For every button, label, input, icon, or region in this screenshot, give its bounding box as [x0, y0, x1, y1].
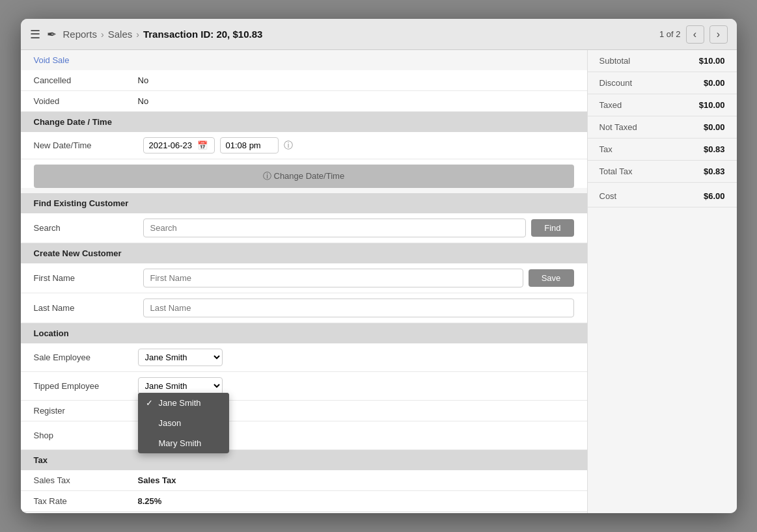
last-name-label: Last Name	[34, 303, 138, 313]
total-tax-value: $0.83	[704, 166, 725, 176]
change-datetime-button[interactable]: ⓘ Change Date/Time	[34, 165, 574, 188]
tax-rate-value: 8.25%	[138, 496, 162, 506]
first-name-label: First Name	[34, 273, 138, 283]
location-header: Location	[21, 323, 587, 343]
sale-employee-label: Sale Employee	[34, 352, 138, 362]
summary-subtotal-row: Subtotal $10.00	[588, 50, 737, 72]
tipped-option-jane-label: Jane Smith	[159, 398, 201, 408]
titlebar: ☰ ✒ Reports › Sales › Transaction ID: 20…	[21, 19, 737, 50]
breadcrumb-reports[interactable]: Reports	[63, 29, 98, 40]
tipped-option-jason[interactable]: Jason	[138, 413, 229, 433]
register-label: Register	[34, 406, 138, 416]
summary-total-tax-row: Total Tax $0.83	[588, 161, 737, 183]
right-panel: Subtotal $10.00 Discount $0.00 Taxed $10…	[587, 50, 737, 513]
subtotal-value: $10.00	[699, 56, 725, 66]
tax-value: $0.83	[704, 144, 725, 154]
next-button[interactable]: ›	[709, 25, 728, 44]
tipped-option-jane-smith[interactable]: ✓ Jane Smith	[138, 393, 229, 413]
total-tax-label: Total Tax	[599, 166, 633, 176]
datetime-row: New Date/Time 2021-06-23 📅 01:08 pm ⓘ	[21, 132, 587, 159]
main-layout: Void Sale Cancelled No Voided No Change …	[21, 50, 737, 513]
tax-rate-row: Tax Rate 8.25%	[21, 491, 587, 512]
tax-label: Tax	[599, 144, 612, 154]
breadcrumb-current: Transaction ID: 20, $10.83	[143, 29, 262, 40]
check-empty-1	[146, 418, 155, 428]
tax-header: Tax	[21, 450, 587, 470]
breadcrumb-sales[interactable]: Sales	[108, 29, 133, 40]
sales-tax-row: Sales Tax Sales Tax	[21, 470, 587, 491]
first-name-row: First Name Save	[21, 263, 587, 293]
tipped-employee-dropdown[interactable]: Jane Smith Jason Mary Smith ✓ Jane Smith	[138, 377, 223, 395]
summary-not-taxed-row: Not Taxed $0.00	[588, 116, 737, 139]
cancelled-value: No	[138, 75, 149, 85]
summary-discount-row: Discount $0.00	[588, 72, 737, 94]
date-input[interactable]: 2021-06-23 📅	[143, 137, 215, 153]
calendar-icon[interactable]: 📅	[197, 140, 208, 150]
voided-value: No	[138, 96, 149, 106]
change-datetime-section: New Date/Time 2021-06-23 📅 01:08 pm ⓘ ⓘ …	[21, 132, 587, 188]
save-customer-button[interactable]: Save	[529, 269, 574, 287]
last-name-row: Last Name	[21, 293, 587, 323]
chart-icon: ✒	[47, 27, 57, 42]
tipped-employee-select[interactable]: Jane Smith Jason Mary Smith	[138, 377, 223, 395]
tipped-employee-row: Tipped Employee Jane Smith Jason Mary Sm…	[21, 372, 587, 401]
time-input[interactable]: 01:08 pm	[220, 137, 279, 153]
info-icon: ⓘ	[284, 140, 293, 152]
titlebar-left: ☰ ✒ Reports › Sales › Transaction ID: 20…	[30, 27, 659, 42]
status-section: Cancelled No Voided No	[21, 70, 587, 112]
shop-label: Shop	[34, 431, 138, 440]
first-name-input[interactable]	[143, 269, 523, 287]
voided-row: Voided No	[21, 91, 587, 112]
subtotal-label: Subtotal	[599, 56, 631, 66]
find-button[interactable]: Find	[531, 219, 573, 237]
not-taxed-value: $0.00	[704, 122, 725, 132]
search-label: Search	[34, 223, 138, 233]
app-window: ☰ ✒ Reports › Sales › Transaction ID: 20…	[21, 19, 737, 513]
sales-tax-value: Sales Tax	[138, 475, 176, 485]
change-datetime-header: Change Date / Time	[21, 112, 587, 132]
titlebar-right: 1 of 2 ‹ ›	[659, 25, 728, 44]
create-customer-header: Create New Customer	[21, 243, 587, 263]
sale-employee-select[interactable]: Jane Smith Jason Mary Smith	[138, 349, 223, 366]
void-sale-link[interactable]: Void Sale	[21, 50, 587, 70]
tax-section: Sales Tax Sales Tax Tax Rate 8.25%	[21, 470, 587, 512]
tipped-employee-label: Tipped Employee	[34, 381, 138, 391]
summary-taxed-row: Taxed $10.00	[588, 94, 737, 116]
time-value: 01:08 pm	[226, 140, 261, 150]
voided-label: Voided	[34, 96, 138, 106]
breadcrumb-sep-2: ›	[136, 29, 139, 40]
taxed-label: Taxed	[599, 100, 622, 110]
taxed-value: $10.00	[699, 100, 725, 110]
sale-employee-row: Sale Employee Jane Smith Jason Mary Smit…	[21, 343, 587, 372]
not-taxed-label: Not Taxed	[599, 122, 637, 132]
tax-rate-label: Tax Rate	[34, 496, 138, 506]
tipped-employee-dropdown-list: ✓ Jane Smith Jason Mary Smith	[138, 393, 229, 453]
tipped-option-jason-label: Jason	[159, 418, 182, 428]
cancelled-row: Cancelled No	[21, 70, 587, 91]
pagination-label: 1 of 2	[659, 29, 681, 39]
last-name-input[interactable]	[143, 299, 574, 317]
find-customer-header: Find Existing Customer	[21, 193, 587, 213]
shop-row: Shop Gameporium	[21, 421, 587, 450]
cancelled-label: Cancelled	[34, 75, 138, 85]
check-icon: ✓	[146, 398, 155, 408]
sales-tax-label: Sales Tax	[34, 475, 138, 485]
left-panel: Void Sale Cancelled No Voided No Change …	[21, 50, 587, 513]
breadcrumb: Reports › Sales › Transaction ID: 20, $1…	[63, 29, 263, 40]
location-section: Sale Employee Jane Smith Jason Mary Smit…	[21, 343, 587, 450]
find-customer-section: Search Find	[21, 213, 587, 243]
summary-table: Subtotal $10.00 Discount $0.00 Taxed $10…	[588, 50, 737, 207]
prev-button[interactable]: ‹	[686, 25, 704, 44]
tipped-option-mary-smith[interactable]: Mary Smith	[138, 433, 229, 453]
cost-value: $6.00	[704, 191, 725, 201]
discount-label: Discount	[599, 78, 633, 88]
breadcrumb-sep-1: ›	[101, 29, 104, 40]
cost-label: Cost	[599, 191, 617, 201]
discount-value: $0.00	[704, 78, 725, 88]
summary-tax-row: Tax $0.83	[588, 139, 737, 161]
search-input[interactable]	[143, 219, 527, 237]
tipped-option-mary-label: Mary Smith	[159, 438, 202, 448]
create-customer-section: First Name Save Last Name	[21, 263, 587, 323]
hamburger-icon[interactable]: ☰	[30, 27, 40, 42]
date-value: 2021-06-23	[149, 140, 193, 150]
